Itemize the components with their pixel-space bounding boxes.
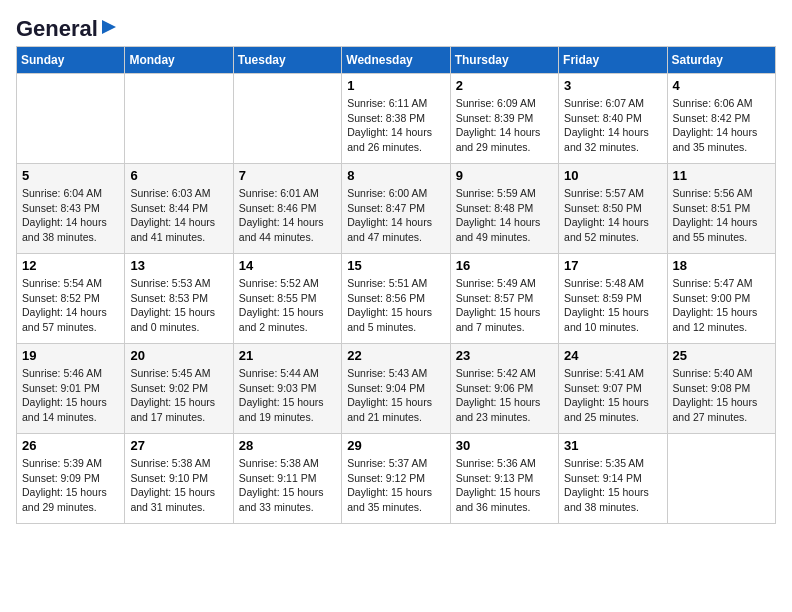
calendar-cell	[667, 434, 775, 524]
calendar-cell: 28Sunrise: 5:38 AM Sunset: 9:11 PM Dayli…	[233, 434, 341, 524]
day-number: 9	[456, 168, 553, 183]
day-info: Sunrise: 5:54 AM Sunset: 8:52 PM Dayligh…	[22, 276, 119, 335]
day-info: Sunrise: 5:59 AM Sunset: 8:48 PM Dayligh…	[456, 186, 553, 245]
day-info: Sunrise: 5:38 AM Sunset: 9:10 PM Dayligh…	[130, 456, 227, 515]
day-number: 29	[347, 438, 444, 453]
day-info: Sunrise: 5:42 AM Sunset: 9:06 PM Dayligh…	[456, 366, 553, 425]
calendar-cell: 24Sunrise: 5:41 AM Sunset: 9:07 PM Dayli…	[559, 344, 667, 434]
day-number: 21	[239, 348, 336, 363]
day-number: 11	[673, 168, 770, 183]
day-info: Sunrise: 5:41 AM Sunset: 9:07 PM Dayligh…	[564, 366, 661, 425]
calendar-header-row: SundayMondayTuesdayWednesdayThursdayFrid…	[17, 47, 776, 74]
calendar-cell: 12Sunrise: 5:54 AM Sunset: 8:52 PM Dayli…	[17, 254, 125, 344]
calendar-week-row: 1Sunrise: 6:11 AM Sunset: 8:38 PM Daylig…	[17, 74, 776, 164]
day-number: 24	[564, 348, 661, 363]
calendar-header-tuesday: Tuesday	[233, 47, 341, 74]
day-info: Sunrise: 5:39 AM Sunset: 9:09 PM Dayligh…	[22, 456, 119, 515]
calendar-week-row: 5Sunrise: 6:04 AM Sunset: 8:43 PM Daylig…	[17, 164, 776, 254]
calendar-cell: 22Sunrise: 5:43 AM Sunset: 9:04 PM Dayli…	[342, 344, 450, 434]
calendar-cell: 6Sunrise: 6:03 AM Sunset: 8:44 PM Daylig…	[125, 164, 233, 254]
day-info: Sunrise: 5:40 AM Sunset: 9:08 PM Dayligh…	[673, 366, 770, 425]
day-number: 5	[22, 168, 119, 183]
day-number: 12	[22, 258, 119, 273]
calendar-cell	[233, 74, 341, 164]
logo: General	[16, 16, 118, 36]
calendar-body: 1Sunrise: 6:11 AM Sunset: 8:38 PM Daylig…	[17, 74, 776, 524]
calendar-cell: 13Sunrise: 5:53 AM Sunset: 8:53 PM Dayli…	[125, 254, 233, 344]
calendar-cell: 18Sunrise: 5:47 AM Sunset: 9:00 PM Dayli…	[667, 254, 775, 344]
day-info: Sunrise: 5:51 AM Sunset: 8:56 PM Dayligh…	[347, 276, 444, 335]
day-number: 16	[456, 258, 553, 273]
day-number: 27	[130, 438, 227, 453]
calendar-cell: 20Sunrise: 5:45 AM Sunset: 9:02 PM Dayli…	[125, 344, 233, 434]
calendar-cell	[125, 74, 233, 164]
calendar-cell: 27Sunrise: 5:38 AM Sunset: 9:10 PM Dayli…	[125, 434, 233, 524]
day-number: 13	[130, 258, 227, 273]
day-number: 15	[347, 258, 444, 273]
day-number: 7	[239, 168, 336, 183]
calendar-table: SundayMondayTuesdayWednesdayThursdayFrid…	[16, 46, 776, 524]
day-number: 22	[347, 348, 444, 363]
page-header: General	[16, 16, 776, 36]
day-info: Sunrise: 5:38 AM Sunset: 9:11 PM Dayligh…	[239, 456, 336, 515]
calendar-week-row: 12Sunrise: 5:54 AM Sunset: 8:52 PM Dayli…	[17, 254, 776, 344]
day-info: Sunrise: 5:44 AM Sunset: 9:03 PM Dayligh…	[239, 366, 336, 425]
calendar-cell: 19Sunrise: 5:46 AM Sunset: 9:01 PM Dayli…	[17, 344, 125, 434]
calendar-cell: 14Sunrise: 5:52 AM Sunset: 8:55 PM Dayli…	[233, 254, 341, 344]
day-info: Sunrise: 6:11 AM Sunset: 8:38 PM Dayligh…	[347, 96, 444, 155]
day-info: Sunrise: 5:57 AM Sunset: 8:50 PM Dayligh…	[564, 186, 661, 245]
day-info: Sunrise: 6:09 AM Sunset: 8:39 PM Dayligh…	[456, 96, 553, 155]
day-info: Sunrise: 6:00 AM Sunset: 8:47 PM Dayligh…	[347, 186, 444, 245]
day-number: 17	[564, 258, 661, 273]
calendar-cell: 10Sunrise: 5:57 AM Sunset: 8:50 PM Dayli…	[559, 164, 667, 254]
day-info: Sunrise: 5:52 AM Sunset: 8:55 PM Dayligh…	[239, 276, 336, 335]
day-number: 31	[564, 438, 661, 453]
day-number: 14	[239, 258, 336, 273]
day-number: 2	[456, 78, 553, 93]
day-info: Sunrise: 6:06 AM Sunset: 8:42 PM Dayligh…	[673, 96, 770, 155]
logo-general-text: General	[16, 16, 98, 42]
calendar-cell: 2Sunrise: 6:09 AM Sunset: 8:39 PM Daylig…	[450, 74, 558, 164]
calendar-cell: 21Sunrise: 5:44 AM Sunset: 9:03 PM Dayli…	[233, 344, 341, 434]
calendar-cell: 9Sunrise: 5:59 AM Sunset: 8:48 PM Daylig…	[450, 164, 558, 254]
day-number: 4	[673, 78, 770, 93]
calendar-cell: 11Sunrise: 5:56 AM Sunset: 8:51 PM Dayli…	[667, 164, 775, 254]
day-number: 19	[22, 348, 119, 363]
calendar-cell: 8Sunrise: 6:00 AM Sunset: 8:47 PM Daylig…	[342, 164, 450, 254]
day-number: 10	[564, 168, 661, 183]
day-info: Sunrise: 5:46 AM Sunset: 9:01 PM Dayligh…	[22, 366, 119, 425]
day-info: Sunrise: 5:53 AM Sunset: 8:53 PM Dayligh…	[130, 276, 227, 335]
calendar-cell: 15Sunrise: 5:51 AM Sunset: 8:56 PM Dayli…	[342, 254, 450, 344]
calendar-cell: 26Sunrise: 5:39 AM Sunset: 9:09 PM Dayli…	[17, 434, 125, 524]
calendar-cell: 4Sunrise: 6:06 AM Sunset: 8:42 PM Daylig…	[667, 74, 775, 164]
day-info: Sunrise: 5:43 AM Sunset: 9:04 PM Dayligh…	[347, 366, 444, 425]
day-number: 26	[22, 438, 119, 453]
calendar-header-wednesday: Wednesday	[342, 47, 450, 74]
calendar-header-saturday: Saturday	[667, 47, 775, 74]
day-number: 3	[564, 78, 661, 93]
svg-marker-0	[102, 20, 116, 34]
calendar-cell: 3Sunrise: 6:07 AM Sunset: 8:40 PM Daylig…	[559, 74, 667, 164]
calendar-header-friday: Friday	[559, 47, 667, 74]
day-number: 18	[673, 258, 770, 273]
calendar-header-sunday: Sunday	[17, 47, 125, 74]
calendar-week-row: 19Sunrise: 5:46 AM Sunset: 9:01 PM Dayli…	[17, 344, 776, 434]
day-info: Sunrise: 5:37 AM Sunset: 9:12 PM Dayligh…	[347, 456, 444, 515]
calendar-cell: 23Sunrise: 5:42 AM Sunset: 9:06 PM Dayli…	[450, 344, 558, 434]
calendar-cell: 16Sunrise: 5:49 AM Sunset: 8:57 PM Dayli…	[450, 254, 558, 344]
day-number: 28	[239, 438, 336, 453]
day-number: 1	[347, 78, 444, 93]
day-info: Sunrise: 5:45 AM Sunset: 9:02 PM Dayligh…	[130, 366, 227, 425]
calendar-header-thursday: Thursday	[450, 47, 558, 74]
day-info: Sunrise: 5:48 AM Sunset: 8:59 PM Dayligh…	[564, 276, 661, 335]
day-info: Sunrise: 6:07 AM Sunset: 8:40 PM Dayligh…	[564, 96, 661, 155]
calendar-cell: 31Sunrise: 5:35 AM Sunset: 9:14 PM Dayli…	[559, 434, 667, 524]
calendar-cell: 1Sunrise: 6:11 AM Sunset: 8:38 PM Daylig…	[342, 74, 450, 164]
day-number: 20	[130, 348, 227, 363]
logo-arrow-icon	[100, 18, 118, 36]
day-info: Sunrise: 6:04 AM Sunset: 8:43 PM Dayligh…	[22, 186, 119, 245]
day-number: 8	[347, 168, 444, 183]
day-number: 23	[456, 348, 553, 363]
calendar-cell: 7Sunrise: 6:01 AM Sunset: 8:46 PM Daylig…	[233, 164, 341, 254]
calendar-cell	[17, 74, 125, 164]
